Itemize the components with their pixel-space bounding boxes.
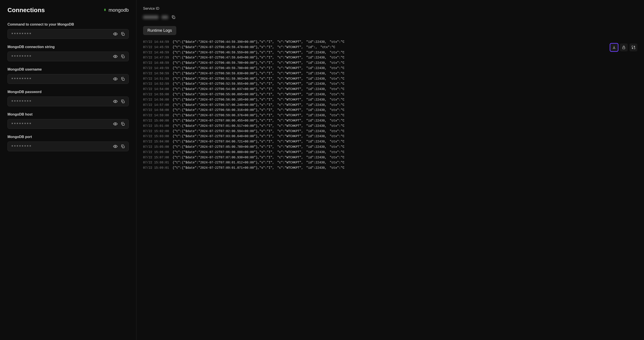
mongodb-badge: mongodb [103,7,129,13]
log-time: 07/22 14:54:00 [143,87,169,92]
field-box: ******** [8,141,129,151]
log-line: 07/22 14:45:59{"t":{"$date":"2024-07-22T… [143,45,640,50]
log-content: {"t":{"$date":"2024-07-22T07:06:00.880+0… [172,150,344,155]
copy-icon[interactable] [120,99,125,104]
log-line: 07/22 14:46:59{"t":{"$date":"2024-07-22T… [143,50,640,55]
lock-scroll-button[interactable] [620,43,628,51]
log-time: 07/22 15:01:00 [143,123,169,129]
field-label: Command to connect to your MongoDB [8,23,129,27]
svg-point-2 [115,56,116,57]
log-time: 07/22 14:52:59 [143,81,169,87]
svg-point-8 [115,123,116,125]
log-line: 07/22 15:04:00{"t":{"$date":"2024-07-22T… [143,139,640,144]
log-line: 07/22 14:47:59{"t":{"$date":"2024-07-22T… [143,55,640,60]
mongodb-leaf-icon [103,8,107,13]
copy-icon[interactable] [120,54,125,59]
log-content: {"t":{"$date":"2024-07-22T06:51:59.903+0… [172,76,344,82]
reveal-icon[interactable] [113,32,118,36]
field-box: ******** [8,97,129,106]
reveal-icon[interactable] [113,122,118,126]
log-content: {"t":{"$date":"2024-07-22T06:54:00.037+0… [172,87,344,92]
field-box: ******** [8,74,129,84]
reveal-icon[interactable] [113,99,118,104]
svg-rect-13 [623,47,625,49]
download-logs-button[interactable] [610,43,618,51]
log-content: {"t":{"$date":"2024-07-22T07:02:00.594+0… [172,129,344,134]
log-time: 07/22 15:07:00 [143,155,169,160]
field-label: MongoDB password [8,90,129,94]
copy-icon[interactable] [120,122,125,126]
field-group: Command to connect to your MongoDB *****… [8,23,129,39]
field-group: MongoDB password ******** [8,90,129,106]
field-value: ******** [11,32,32,36]
copy-service-id-button[interactable] [171,15,176,19]
log-content: {"t":{"$date":"2024-07-22T06:46:59.559+0… [172,50,344,55]
log-time: 07/22 15:05:00 [143,144,169,150]
field-box: ******** [8,29,129,39]
log-content: {"t":{"$date":"2024-07-22T06:45:59.478+0… [172,45,335,50]
service-id-label: Service ID [143,7,640,11]
log-line: 07/22 15:07:00{"t":{"$date":"2024-07-22T… [143,155,640,160]
reveal-icon[interactable] [113,54,118,59]
log-time: 07/22 14:48:59 [143,60,169,66]
log-line: 07/22 14:54:00{"t":{"$date":"2024-07-22T… [143,87,640,92]
log-line: 07/22 14:58:00{"t":{"$date":"2024-07-22T… [143,108,640,113]
field-value: ******** [11,55,32,59]
log-time: 07/22 14:46:59 [143,50,169,55]
log-line: 07/22 14:57:00{"t":{"$date":"2024-07-22T… [143,103,640,108]
mongodb-label: mongodb [108,7,129,13]
log-content: {"t":{"$date":"2024-07-22T06:50:59.830+0… [172,71,344,76]
log-time: 07/22 15:06:00 [143,150,169,155]
log-line: 07/22 15:03:00{"t":{"$date":"2024-07-22T… [143,134,640,139]
svg-point-10 [115,146,116,147]
copy-icon[interactable] [120,32,125,36]
runtime-logs-tab[interactable]: Runtime Logs [143,26,176,35]
logs-container[interactable]: 07/22 14:44:59{"t":{"$date":"2024-07-22T… [143,40,640,340]
log-time: 07/22 15:00:00 [143,118,169,123]
copy-icon[interactable] [120,77,125,81]
field-box: ******** [8,119,129,129]
field-group: MongoDB port ******** [8,135,129,151]
log-time: 07/22 14:44:59 [143,40,169,45]
log-line: 07/22 15:09:01{"t":{"$date":"2024-07-22T… [143,165,640,171]
log-content: {"t":{"$date":"2024-07-22T07:07:00.930+0… [172,155,344,160]
svg-rect-7 [122,101,124,103]
log-content: {"t":{"$date":"2024-07-22T07:03:00.640+0… [172,134,344,139]
field-group: MongoDB username ******** [8,67,129,84]
log-line: 07/22 15:00:00{"t":{"$date":"2024-07-22T… [143,118,640,123]
log-time: 07/22 14:58:00 [143,108,169,113]
field-label: MongoDB host [8,112,129,116]
log-time: 07/22 14:47:59 [143,55,169,60]
field-group: MongoDB host ******** [8,112,129,129]
expand-logs-button[interactable] [630,43,638,51]
svg-point-6 [115,101,116,102]
reveal-icon[interactable] [113,77,118,81]
log-time: 07/22 15:03:00 [143,134,169,139]
log-time: 07/22 14:55:00 [143,92,169,97]
copy-icon[interactable] [120,144,125,149]
log-time: 07/22 14:50:59 [143,71,169,76]
reveal-icon[interactable] [113,144,118,149]
log-content: {"t":{"$date":"2024-07-22T06:44:59.390+0… [172,40,344,45]
log-line: 07/22 15:02:00{"t":{"$date":"2024-07-22T… [143,129,640,134]
field-label: MongoDB port [8,135,129,139]
log-content: {"t":{"$date":"2024-07-22T06:47:59.649+0… [172,55,344,60]
log-line: 07/22 15:06:00{"t":{"$date":"2024-07-22T… [143,150,640,155]
connections-panel: Connections mongodb Command to connect t… [0,0,136,340]
log-line: 07/22 14:51:59{"t":{"$date":"2024-07-22T… [143,76,640,82]
log-content: {"t":{"$date":"2024-07-22T06:55:00.095+0… [172,92,344,97]
field-label: MongoDB username [8,67,129,71]
log-actions [610,43,638,51]
svg-point-4 [115,79,116,80]
log-content: {"t":{"$date":"2024-07-22T07:01:00.517+0… [172,123,344,129]
log-content: {"t":{"$date":"2024-07-22T06:56:00.185+0… [172,97,344,103]
header-row: Connections mongodb [8,7,129,14]
log-line: 07/22 15:01:00{"t":{"$date":"2024-07-22T… [143,123,640,129]
log-time: 07/22 14:51:59 [143,76,169,82]
log-time: 07/22 15:02:00 [143,129,169,134]
service-id-row [143,15,640,19]
logs-panel: Service ID Runtime Logs 07/22 14:44:59{"… [136,0,644,340]
field-value: ******** [11,144,32,149]
log-content: {"t":{"$date":"2024-07-22T06:58:00.316+0… [172,108,344,113]
log-line: 07/22 14:55:00{"t":{"$date":"2024-07-22T… [143,92,640,97]
